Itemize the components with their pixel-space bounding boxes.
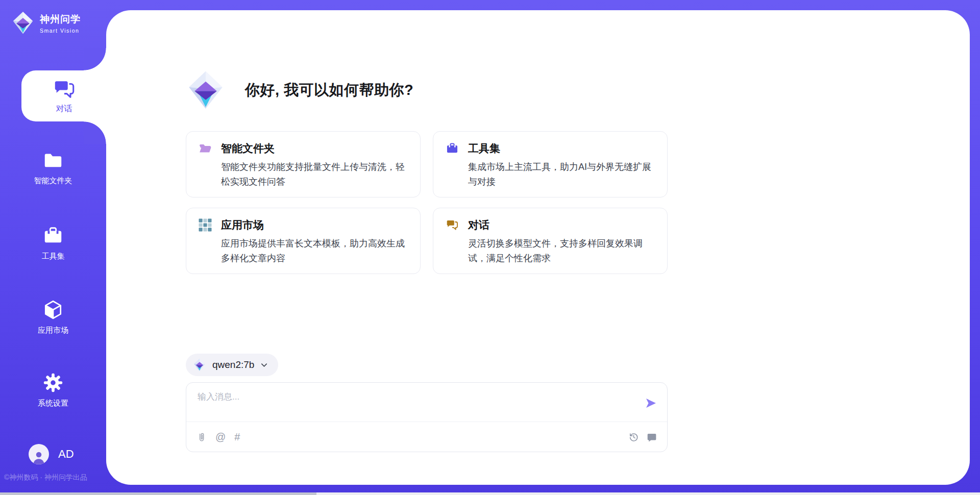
message-composer: @ # bbox=[186, 382, 668, 452]
brand-diamond-icon bbox=[11, 11, 35, 35]
chat-icon bbox=[53, 78, 76, 101]
at-icon[interactable]: @ bbox=[215, 431, 226, 443]
message-icon[interactable] bbox=[647, 432, 657, 442]
scrollbar-thumb[interactable] bbox=[0, 492, 316, 495]
composer-toolbar: @ # bbox=[197, 422, 657, 452]
sidebar-item-toolset[interactable]: 工具集 bbox=[0, 225, 106, 261]
tab-fillet-bottom bbox=[84, 121, 106, 144]
user-account[interactable]: AD bbox=[29, 444, 74, 464]
card-app-market[interactable]: 应用市场 应用市场提供丰富长文本模板，助力高效生成多样化文章内容 bbox=[186, 208, 421, 274]
sidebar-footer: ©神州数码 · 神州问学出品 bbox=[4, 473, 87, 482]
sidebar-item-label: 工具集 bbox=[0, 252, 106, 261]
brand-subtitle: Smart Vision bbox=[40, 28, 81, 34]
model-name: qwen2:7b bbox=[212, 359, 254, 370]
history-icon[interactable] bbox=[628, 432, 639, 442]
cube-icon bbox=[0, 299, 106, 320]
sidebar-item-smart-folder[interactable]: 智能文件夹 bbox=[0, 150, 106, 186]
card-title: 工具集 bbox=[468, 141, 500, 156]
message-input[interactable] bbox=[197, 390, 632, 420]
person-icon bbox=[31, 450, 46, 464]
toolbox-icon bbox=[0, 225, 106, 246]
brand: 神州问学 Smart Vision bbox=[11, 11, 81, 35]
brand-name: 神州问学 bbox=[40, 13, 81, 26]
sidebar-item-app-market[interactable]: 应用市场 bbox=[0, 299, 106, 335]
card-toolset[interactable]: 工具集 集成市场上主流工具，助力AI与外界无缝扩展与对接 bbox=[433, 131, 668, 197]
card-title: 应用市场 bbox=[221, 218, 264, 232]
sidebar-item-label: 系统设置 bbox=[0, 399, 106, 408]
content-column: 你好, 我可以如何帮助你? 智能文件夹 智能文件夹功能支持批量文件上传与清洗，轻… bbox=[186, 0, 668, 495]
card-description: 应用市场提供丰富长文本模板，助力高效生成多样化文章内容 bbox=[221, 236, 409, 266]
greeting: 你好, 我可以如何帮助你? bbox=[186, 70, 413, 110]
card-title: 智能文件夹 bbox=[221, 141, 275, 156]
feature-cards: 智能文件夹 智能文件夹功能支持批量文件上传与清洗，轻松实现文件问答 工具集 集成… bbox=[186, 131, 668, 274]
card-description: 智能文件夹功能支持批量文件上传与清洗，轻松实现文件问答 bbox=[221, 160, 409, 189]
folder-open-icon bbox=[199, 142, 212, 155]
user-initials: AD bbox=[58, 448, 74, 461]
sidebar-item-chat[interactable]: 对话 bbox=[21, 70, 107, 121]
card-chat[interactable]: 对话 灵活切换多模型文件，支持多样回复效果调试，满足个性化需求 bbox=[433, 208, 668, 274]
card-smart-folder[interactable]: 智能文件夹 智能文件夹功能支持批量文件上传与清洗，轻松实现文件问答 bbox=[186, 131, 421, 197]
sidebar-item-settings[interactable]: 系统设置 bbox=[0, 372, 106, 408]
hash-icon[interactable]: # bbox=[234, 431, 240, 443]
paperclip-icon[interactable] bbox=[197, 432, 207, 443]
folder-icon bbox=[0, 150, 106, 171]
grid-icon bbox=[199, 218, 212, 232]
brand-diamond-icon bbox=[193, 358, 206, 372]
avatar bbox=[29, 444, 49, 464]
chevron-down-icon bbox=[260, 361, 268, 369]
card-title: 对话 bbox=[468, 218, 489, 232]
send-icon[interactable] bbox=[645, 397, 657, 409]
card-description: 集成市场上主流工具，助力AI与外界无缝扩展与对接 bbox=[468, 160, 656, 189]
sidebar-item-label: 应用市场 bbox=[0, 326, 106, 335]
sidebar-item-label: 智能文件夹 bbox=[0, 176, 106, 186]
tab-fillet-top bbox=[84, 48, 106, 70]
model-selector[interactable]: qwen2:7b bbox=[186, 354, 278, 376]
brand-diamond-icon bbox=[186, 70, 226, 110]
toolbox-icon bbox=[446, 142, 459, 155]
greeting-text: 你好, 我可以如何帮助你? bbox=[245, 80, 413, 101]
chat-icon bbox=[446, 218, 459, 232]
horizontal-scrollbar[interactable] bbox=[0, 492, 980, 495]
sidebar-item-label: 对话 bbox=[56, 104, 72, 114]
gear-icon bbox=[0, 372, 106, 393]
card-description: 灵活切换多模型文件，支持多样回复效果调试，满足个性化需求 bbox=[468, 236, 656, 266]
